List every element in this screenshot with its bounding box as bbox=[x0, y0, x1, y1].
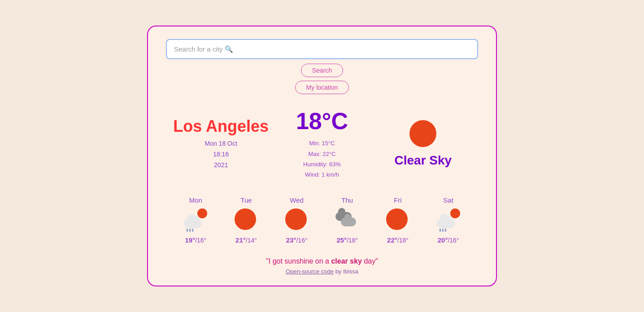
cloud-icon bbox=[335, 208, 359, 232]
forecast-icon-thu bbox=[335, 208, 359, 232]
main-temperature: 18°C bbox=[271, 108, 372, 134]
search-button[interactable]: Search bbox=[301, 64, 343, 77]
search-area: Search My location bbox=[166, 39, 478, 94]
sun-icon bbox=[235, 208, 256, 230]
condition-info: Clear Sky bbox=[373, 120, 474, 168]
forecast-temps-mon: 19°/16° bbox=[185, 236, 206, 244]
footer: "I got sunshine on a clear sky day" Open… bbox=[166, 257, 478, 275]
forecast-icon-wed bbox=[285, 208, 309, 232]
forecast-fri: Fri 22°/18° bbox=[386, 196, 409, 244]
sun-icon bbox=[409, 120, 436, 147]
quote-text: "I got sunshine on a clear sky day" bbox=[166, 257, 478, 265]
forecast-icon-tue bbox=[235, 208, 258, 232]
forecast-day-label: Mon bbox=[189, 196, 202, 204]
forecast-day-label: Tue bbox=[240, 196, 252, 204]
forecast-temps-thu: 25°/18° bbox=[336, 236, 358, 244]
rain-sun-icon bbox=[184, 208, 207, 232]
weather-main: Los Angeles Mon 18 Oct 18:16 2021 18°C M… bbox=[166, 108, 478, 180]
city-info: Los Angeles Mon 18 Oct 18:16 2021 bbox=[170, 117, 271, 170]
forecast-thu: Thu 25°/18° bbox=[335, 196, 359, 244]
city-date: Mon 18 Oct 18:16 2021 bbox=[170, 139, 271, 170]
forecast-day-label: Sat bbox=[443, 196, 453, 204]
forecast-day-label: Fri bbox=[394, 196, 402, 204]
forecast-icon-fri bbox=[386, 208, 409, 232]
forecast-temps-tue: 21°/14° bbox=[235, 236, 257, 244]
forecast-icon-sat bbox=[437, 208, 460, 232]
forecast-temps-wed: 23°/16° bbox=[286, 236, 308, 244]
condition-label: Clear Sky bbox=[395, 153, 452, 168]
forecast-day-label: Wed bbox=[290, 196, 304, 204]
forecast-icon-mon bbox=[184, 208, 207, 232]
search-input[interactable] bbox=[166, 39, 478, 59]
search-input-wrapper bbox=[166, 39, 478, 59]
rain-sun-icon bbox=[437, 208, 460, 232]
location-button[interactable]: My location bbox=[295, 81, 349, 94]
open-source-link: Open-source code by Ibissa bbox=[166, 268, 478, 275]
open-source-anchor[interactable]: Open-source code bbox=[286, 268, 334, 275]
weather-app: Search My location Los Angeles Mon 18 Oc… bbox=[147, 26, 497, 286]
forecast-mon: Mon 19°/16° bbox=[184, 196, 207, 244]
forecast-row: Mon 19°/16° Tue 21°/14° bbox=[166, 196, 478, 244]
forecast-tue: Tue 21°/14° bbox=[235, 196, 258, 244]
forecast-day-label: Thu bbox=[341, 196, 353, 204]
temp-info: 18°C Min: 15°C Max: 22°C Humidity: 63% W… bbox=[271, 108, 372, 180]
sun-icon bbox=[386, 208, 408, 230]
forecast-wed: Wed 23°/16° bbox=[285, 196, 309, 244]
forecast-temps-fri: 22°/18° bbox=[387, 236, 409, 244]
sun-icon bbox=[285, 208, 307, 230]
forecast-temps-sat: 20°/16° bbox=[438, 236, 459, 244]
city-name: Los Angeles bbox=[170, 117, 271, 136]
search-buttons: Search My location bbox=[295, 64, 349, 94]
temp-details: Min: 15°C Max: 22°C Humidity: 63% Wind: … bbox=[271, 138, 372, 180]
forecast-sat: Sat 20°/16° bbox=[437, 196, 460, 244]
